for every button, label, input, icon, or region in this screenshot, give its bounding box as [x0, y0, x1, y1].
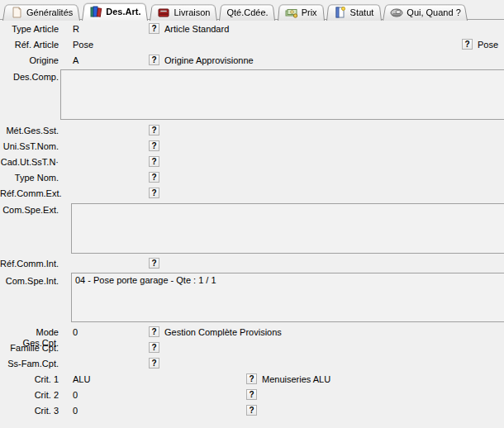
type-article-description: Article Standard: [164, 24, 229, 35]
field-label: Réf. Article: [0, 40, 59, 50]
field-label: Crit. 2: [0, 390, 65, 401]
com-spe-ext-textarea[interactable]: [71, 203, 504, 254]
field-label: Type Nom.: [0, 173, 59, 183]
type-article-help-button[interactable]: ?: [149, 23, 159, 34]
field-label: Réf.Comm.Int.: [0, 259, 59, 269]
tab-qte-cdee[interactable]: Qté.Cdée.: [219, 3, 275, 21]
crit-1-help-button[interactable]: ?: [246, 373, 257, 384]
origine-help-button[interactable]: ?: [149, 55, 159, 65]
field-label: Ss-Fam.Cpt.: [0, 359, 59, 369]
field-row-crit-2: Crit. 2 0 ?: [0, 390, 504, 402]
crit-3-value: 0: [73, 406, 78, 416]
field-label: Famille Cpt.: [0, 343, 59, 354]
crit-2-help-button[interactable]: ?: [246, 389, 257, 400]
clock-icon: [390, 6, 403, 19]
ref-comm-ext-help-button[interactable]: ?: [149, 188, 159, 198]
tab-qui-quand[interactable]: Qui, Quand ?: [383, 3, 468, 21]
tab-label: Des.Art.: [106, 7, 140, 17]
books-icon: [89, 5, 102, 18]
des-comp-textarea[interactable]: [60, 69, 504, 120]
field-row-type-article: Type Article R ? Article Standard: [0, 24, 504, 36]
field-label: Com.Spe.Ext.: [0, 205, 59, 216]
ref-article-value: Pose: [73, 40, 93, 50]
note-icon: [10, 6, 23, 19]
field-row-origine: Origine A ? Origine Approvisionne: [0, 55, 504, 67]
field-row-type-nom: Type Nom. ?: [0, 173, 504, 184]
field-label: Crit. 1: [0, 374, 65, 385]
ref-article-help-button[interactable]: ?: [462, 39, 473, 50]
mode-ges-cpt-help-button[interactable]: ?: [149, 326, 159, 337]
crit-1-description: Menuiseries ALU: [262, 374, 330, 385]
field-label: Type Article: [0, 24, 59, 35]
origine-value: A: [73, 55, 78, 66]
field-row-ss-fam-cpt: Ss-Fam.Cpt. ?: [0, 359, 504, 370]
tab-label: Qté.Cdée.: [226, 7, 268, 17]
tab-label: Statut: [350, 7, 374, 17]
money-icon: [285, 6, 298, 19]
field-label: Origine: [0, 55, 59, 66]
field-row-cad-ut-sst-n: Cad.Ut.SsT.N· ?: [0, 157, 504, 169]
field-row-crit-3: Crit. 3 0 ?: [0, 406, 504, 417]
field-row-met-ges-sst: Mét.Ges.Sst. ?: [0, 126, 504, 137]
red-book-icon: [157, 6, 170, 19]
status-page-icon: [334, 6, 347, 19]
tab-prix[interactable]: Prix: [278, 3, 325, 21]
type-article-value: R: [73, 24, 79, 35]
field-row-ref-comm-ext: Réf.Comm.Ext. ?: [0, 188, 504, 200]
field-row-crit-1: Crit. 1 ALU ? Menuiseries ALU: [0, 374, 504, 386]
field-row-mode-ges-cpt: Mode Ges.Cpt. 0 ? Gestion Complète Provi…: [0, 327, 504, 339]
ss-fam-cpt-help-button[interactable]: ?: [149, 358, 159, 369]
tab-label: Généralités: [26, 7, 73, 17]
met-ges-sst-help-button[interactable]: ?: [149, 125, 159, 136]
tab-label: Livraison: [174, 7, 210, 17]
tab-statut[interactable]: Statut: [326, 3, 382, 21]
famille-cpt-help-button[interactable]: ?: [149, 342, 159, 353]
tab-label: Prix: [302, 7, 317, 17]
field-label: Cad.Ut.SsT.N·: [0, 157, 59, 168]
field-label: Uni.SsT.Nom.: [0, 141, 59, 152]
uni-sst-nom-help-button[interactable]: ?: [149, 140, 159, 151]
field-label: Com.Spe.Int.: [0, 276, 59, 287]
field-label: Des.Comp.: [0, 72, 59, 83]
tab-generalites[interactable]: Généralités: [2, 3, 80, 21]
tab-livraison[interactable]: Livraison: [150, 3, 217, 21]
field-row-ref-article: Réf. Article Pose ? Pose: [0, 40, 504, 51]
mode-ges-cpt-description: Gestion Complète Provisions: [164, 327, 282, 338]
ref-article-description: Pose: [478, 40, 498, 50]
tab-label: Qui, Quand ?: [407, 7, 460, 17]
ref-comm-int-help-button[interactable]: ?: [149, 258, 159, 269]
crit-1-value: ALU: [73, 374, 90, 385]
field-label: Crit. 3: [0, 406, 65, 416]
tab-des-art[interactable]: Des.Art.: [82, 2, 148, 21]
article-detail-form: Type Article R ? Article Standard Réf. A…: [0, 20, 504, 428]
field-row-ref-comm-int: Réf.Comm.Int. ?: [0, 259, 504, 270]
field-row-uni-sst-nom: Uni.SsT.Nom. ?: [0, 141, 504, 153]
mode-ges-cpt-value: 0: [73, 327, 78, 338]
crit-2-value: 0: [73, 390, 78, 401]
com-spe-int-textarea[interactable]: 04 - Pose porte garage - Qte : 1 / 1: [71, 273, 504, 322]
crit-3-help-button[interactable]: ?: [246, 405, 257, 416]
type-nom-help-button[interactable]: ?: [149, 172, 159, 183]
field-label: Mét.Ges.Sst.: [0, 126, 59, 136]
tab-bar: Généralités Des.Art. Livraison Qté.Cdée.…: [0, 0, 504, 20]
field-label: Réf.Comm.Ext.: [0, 188, 59, 199]
field-row-famille-cpt: Famille Cpt. ?: [0, 343, 504, 354]
origine-description: Origine Approvisionne: [164, 55, 254, 66]
cad-ut-sst-n-help-button[interactable]: ?: [149, 156, 159, 167]
